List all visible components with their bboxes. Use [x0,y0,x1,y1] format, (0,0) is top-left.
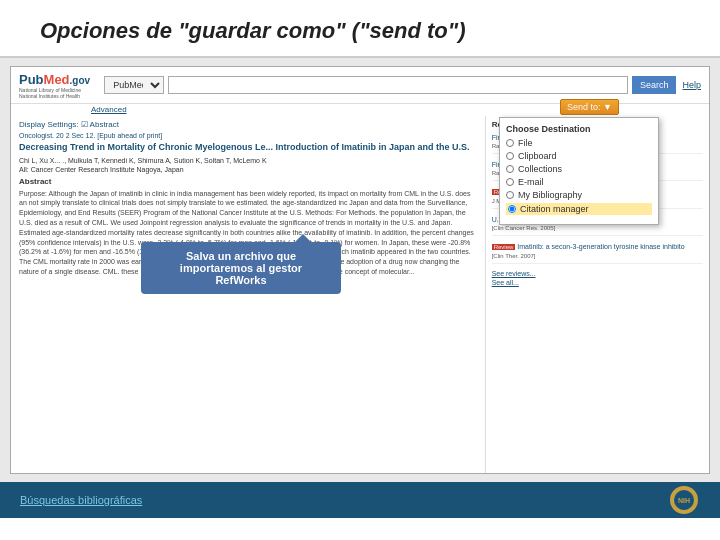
see-reviews-link[interactable]: See reviews... [492,270,536,277]
pub-text: Pub [19,72,44,87]
related-item-5: ReviewImatinib: a secon-3-generation tyr… [492,242,703,264]
send-to-email[interactable]: E-mail [506,177,652,187]
footer-logo-text: NIH [678,497,690,504]
browser-mock: PubMed.gov National Library of MedicineN… [10,66,710,474]
related-item-5-ref: [Clin Ther. 2007] [492,253,703,259]
page-title: Opciones de "guardar como" ("send to") [40,18,680,44]
abstract-header: Abstract [19,177,477,186]
send-to-button[interactable]: Send to: ▼ [560,99,619,115]
help-link[interactable]: Help [682,80,701,90]
search-input[interactable] [168,76,628,94]
footer-logo-inner: NIH [674,490,694,510]
screenshot-area: PubMed.gov National Library of MedicineN… [0,58,720,482]
related-item-4-ref: [Clin Cancer Res. 2005] [492,225,703,231]
search-bar-area: PubMed Search [104,76,676,94]
review-badge-5: Review [492,244,516,250]
authors: Chi L, Xu X... ., Mulkula T, Kennedi K, … [19,157,477,164]
nlm-text: National Library of MedicineNational Ins… [19,87,90,99]
send-to-collections-radio[interactable] [506,165,514,173]
send-to-file[interactable]: File [506,138,652,148]
affiliation: All: Cancer Center Research Institute Na… [19,166,477,173]
see-all-link[interactable]: See all... [492,279,519,286]
send-to-citation-label: Citation manager [520,204,589,214]
tooltip-text: Salva un archivo que importaremos al ges… [180,250,302,286]
send-to-bibliography-radio[interactable] [506,191,514,199]
footer-logo-circle: NIH [670,486,698,514]
med-text: Med [44,72,70,87]
gov-text: .gov [70,75,91,86]
pubmed-logo: PubMed.gov National Library of MedicineN… [19,71,90,99]
send-to-bibliography[interactable]: My Bibliography [506,190,652,200]
display-format-label: Display Settings: [19,120,79,129]
send-to-file-label: File [518,138,533,148]
display-format-value: ☑ Abstract [81,120,119,129]
send-to-clipboard[interactable]: Clipboard [506,151,652,161]
send-to-dropdown-header: Choose Destination [506,124,652,134]
send-to-collections[interactable]: Collections [506,164,652,174]
send-to-email-radio[interactable] [506,178,514,186]
send-to-email-label: E-mail [518,177,544,187]
pubmed-logo-text: PubMed.gov [19,71,90,87]
send-to-clipboard-label: Clipboard [518,151,557,161]
article-title[interactable]: Decreasing Trend in Mortality of Chronic… [19,142,477,154]
send-to-bibliography-label: My Bibliography [518,190,582,200]
send-to-dropdown: Choose Destination File Clipboard Collec… [499,117,659,225]
see-all: See all... [492,279,703,286]
article-ref: Oncologist. 20 2 Sec 12. [Epub ahead of … [19,132,477,139]
send-to-citation[interactable]: Citation manager [506,203,652,215]
footer-area: Búsquedas bibliográficas NIH [0,482,720,518]
footer-logo: NIH [670,486,700,514]
see-reviews: See reviews... [492,270,703,277]
send-to-citation-radio[interactable] [508,205,516,213]
left-panel: Display Settings: ☑ Abstract Oncologist.… [11,116,486,474]
send-to-clipboard-radio[interactable] [506,152,514,160]
search-dropdown[interactable]: PubMed [104,76,164,94]
display-format: Display Settings: ☑ Abstract [19,120,477,129]
related-item-5-title[interactable]: ReviewImatinib: a secon-3-generation tyr… [492,242,703,252]
page-title-area: Opciones de "guardar como" ("send to") [0,0,720,58]
send-to-collections-label: Collections [518,164,562,174]
search-button[interactable]: Search [632,76,677,94]
footer-link[interactable]: Búsquedas bibliográficas [20,494,142,506]
tooltip-bubble: Salva un archivo que importaremos al ges… [141,242,341,294]
send-to-file-radio[interactable] [506,139,514,147]
